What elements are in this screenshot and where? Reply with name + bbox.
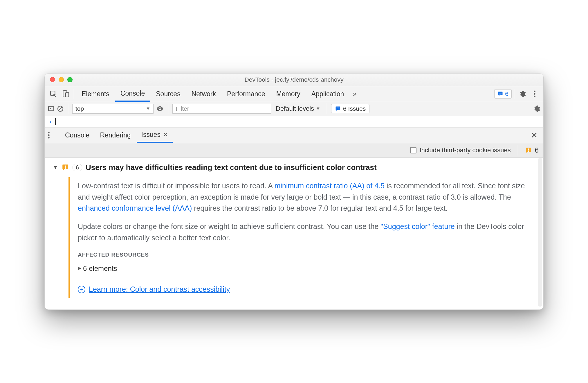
svg-rect-17 [528, 148, 529, 151]
learn-more-link[interactable]: Learn more: Color and contrast accessibi… [89, 284, 230, 295]
console-toolbar: top ▼ Filter Default levels ▼ 6 Issues [45, 102, 543, 116]
device-toolbar-icon[interactable] [60, 88, 71, 100]
drawer-tab-strip: Console Rendering Issues ✕ ✕ [45, 128, 543, 143]
console-prompt[interactable]: › [45, 116, 543, 128]
affected-elements-text: 6 elements [83, 263, 117, 274]
issue-header[interactable]: ▼ 6 Users may have difficulties reading … [53, 163, 535, 172]
tab-console[interactable]: Console [115, 86, 150, 102]
svg-rect-20 [65, 168, 66, 169]
tab-application[interactable]: Application [306, 86, 349, 102]
execution-context-select[interactable]: top ▼ [72, 104, 154, 114]
tab-memory[interactable]: Memory [271, 86, 306, 102]
issue-title: Users may have difficulties reading text… [86, 163, 377, 172]
issues-counter-chip[interactable]: 6 [494, 89, 512, 99]
checkbox-icon [410, 147, 416, 153]
scrollbar[interactable] [538, 158, 542, 307]
svg-rect-18 [528, 151, 529, 152]
affected-elements-row[interactable]: ▶ 6 elements [78, 263, 529, 274]
tab-sources[interactable]: Sources [151, 86, 185, 102]
message-icon [335, 106, 341, 112]
svg-point-7 [534, 96, 535, 97]
more-menu-icon[interactable] [529, 88, 540, 100]
svg-rect-4 [499, 94, 501, 94]
expand-triangle-icon[interactable]: ▼ [53, 164, 58, 171]
window-title: DevTools - jec.fyi/demo/cds-anchovy [45, 76, 543, 83]
drawer-tab-issues-label: Issues [141, 131, 160, 139]
svg-line-10 [59, 107, 62, 110]
tab-performance[interactable]: Performance [222, 86, 270, 102]
maximize-window-button[interactable] [67, 77, 73, 82]
chevron-down-icon: ▼ [316, 106, 320, 111]
issue-count-pill: 6 [73, 164, 82, 171]
tab-elements[interactable]: Elements [76, 86, 115, 102]
svg-point-14 [48, 132, 49, 133]
settings-icon[interactable] [517, 88, 528, 100]
svg-point-15 [48, 135, 49, 136]
affected-resources-label: AFFECTED RESOURCES [78, 250, 529, 259]
total-issues-count: 6 [535, 146, 539, 154]
live-expression-icon[interactable] [156, 105, 164, 113]
divider [518, 145, 518, 155]
svg-point-5 [534, 91, 535, 92]
divider [168, 103, 168, 114]
minimize-window-button[interactable] [59, 77, 64, 82]
issues-panel: ▼ 6 Users may have difficulties reading … [45, 158, 543, 309]
main-tab-strip: Elements Console Sources Network Perform… [45, 86, 543, 102]
svg-rect-2 [66, 93, 69, 97]
traffic-lights [50, 77, 73, 82]
link-aaa-contrast[interactable]: enhanced conformance level (AAA) [78, 204, 192, 212]
svg-point-16 [48, 137, 49, 138]
drawer-tab-issues[interactable]: Issues ✕ [137, 128, 173, 143]
svg-point-11 [159, 108, 161, 110]
devtools-window: DevTools - jec.fyi/demo/cds-anchovy Elem… [44, 73, 544, 310]
divider [68, 103, 68, 114]
divider [327, 103, 327, 114]
svg-rect-13 [337, 109, 338, 109]
console-issues-label: 6 Issues [343, 105, 366, 112]
console-issues-chip[interactable]: 6 Issues [331, 104, 369, 113]
console-settings-icon[interactable] [533, 105, 540, 112]
text-cursor [55, 118, 56, 125]
third-party-cookies-label: Include third-party cookie issues [419, 146, 511, 154]
svg-rect-19 [65, 166, 66, 168]
drawer-menu-icon[interactable] [48, 131, 59, 139]
prompt-caret-icon: › [49, 118, 52, 125]
issue-paragraph-2: Update colors or change the font size or… [78, 221, 529, 244]
svg-rect-3 [499, 93, 502, 94]
link-aa-contrast[interactable]: minimum contrast ratio (AA) of 4.5 [275, 182, 385, 190]
inspect-element-icon[interactable] [48, 88, 59, 100]
divider [514, 89, 514, 99]
third-party-cookies-checkbox[interactable]: Include third-party cookie issues [410, 146, 511, 154]
clear-console-icon[interactable] [57, 105, 64, 112]
console-filter-input[interactable]: Filter [172, 104, 271, 114]
total-issues-indicator[interactable]: 6 [525, 146, 539, 154]
more-tabs-icon[interactable]: » [350, 90, 359, 98]
execution-context-value: top [75, 105, 84, 112]
message-icon [497, 91, 503, 97]
divider [74, 89, 74, 99]
external-link-icon [78, 286, 85, 293]
issue-body: Low-contrast text is difficult or imposs… [68, 177, 535, 298]
svg-rect-12 [337, 108, 339, 108]
link-suggest-color[interactable]: "Suggest color" feature [380, 222, 454, 230]
drawer-tab-console[interactable]: Console [60, 128, 94, 143]
svg-point-6 [534, 93, 535, 95]
expand-triangle-icon: ▶ [78, 265, 81, 272]
tab-network[interactable]: Network [186, 86, 221, 102]
window-titlebar: DevTools - jec.fyi/demo/cds-anchovy [45, 74, 543, 86]
warning-bubble-icon [525, 147, 532, 154]
close-drawer-icon[interactable]: ✕ [528, 130, 540, 140]
filter-placeholder-text: Filter [176, 105, 189, 112]
issues-counter-value: 6 [505, 90, 508, 97]
warning-bubble-icon [62, 164, 69, 171]
drawer-tab-rendering[interactable]: Rendering [95, 128, 135, 143]
issue-paragraph-1: Low-contrast text is difficult or imposs… [78, 180, 529, 214]
close-tab-icon[interactable]: ✕ [163, 131, 168, 139]
chevron-down-icon: ▼ [146, 106, 150, 111]
learn-more-row: Learn more: Color and contrast accessibi… [78, 284, 529, 295]
toggle-sidebar-icon[interactable] [48, 105, 55, 112]
log-levels-select[interactable]: Default levels ▼ [273, 105, 323, 112]
close-window-button[interactable] [50, 77, 55, 82]
issues-options-bar: Include third-party cookie issues 6 [45, 143, 543, 158]
log-levels-label: Default levels [276, 105, 314, 112]
